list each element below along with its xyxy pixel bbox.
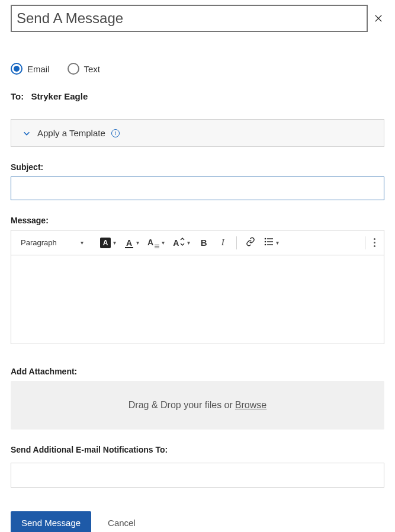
radio-text-label: Text xyxy=(84,64,101,74)
list-button[interactable]: ▾ xyxy=(262,235,281,251)
chevron-down-icon: ▾ xyxy=(162,239,165,246)
font-size-icon: A xyxy=(147,238,159,248)
svg-point-6 xyxy=(265,243,266,245)
highlight-button[interactable]: A ▾ xyxy=(98,235,118,251)
bold-button[interactable]: B xyxy=(196,235,211,251)
italic-icon: I xyxy=(221,238,224,248)
radio-email[interactable]: Email xyxy=(11,63,50,75)
svg-rect-7 xyxy=(267,244,273,245)
close-icon[interactable] xyxy=(372,12,384,24)
svg-point-2 xyxy=(265,238,266,239)
to-row: To: Stryker Eagle xyxy=(11,91,384,101)
radio-icon xyxy=(68,63,79,75)
text-color-icon: A xyxy=(124,238,134,248)
list-icon xyxy=(264,237,274,249)
dropzone-text: Drag & Drop your files or xyxy=(129,400,233,411)
chevron-down-icon: ▾ xyxy=(276,239,279,246)
subject-input[interactable] xyxy=(11,177,384,200)
bold-icon: B xyxy=(201,238,207,248)
font-size-button[interactable]: A ▾ xyxy=(145,235,167,251)
notify-input[interactable] xyxy=(11,463,384,488)
highlight-icon: A xyxy=(100,238,111,248)
rich-text-editor: Paragraph ▾ A ▾ A ▾ A ▾ xyxy=(11,230,384,344)
apply-template-label: Apply a Template xyxy=(37,128,105,138)
notify-label: Send Additional E-mail Notifications To: xyxy=(11,445,384,454)
line-height-icon: A xyxy=(173,238,185,248)
svg-rect-5 xyxy=(267,241,273,242)
chevron-down-icon: ▾ xyxy=(113,239,116,246)
text-color-button[interactable]: A ▾ xyxy=(122,235,142,251)
to-recipient: Stryker Eagle xyxy=(31,91,88,101)
radio-text[interactable]: Text xyxy=(68,63,101,75)
attachment-dropzone[interactable]: Drag & Drop your files or Browse xyxy=(11,381,384,430)
chevron-down-icon xyxy=(22,129,31,138)
apply-template-toggle[interactable]: Apply a Template i xyxy=(11,119,384,147)
page-title: Send A Message xyxy=(17,10,123,27)
more-options-button[interactable] xyxy=(371,236,378,249)
title-bar: Send A Message xyxy=(11,5,368,32)
italic-button[interactable]: I xyxy=(215,235,230,251)
cancel-button[interactable]: Cancel xyxy=(108,518,136,528)
message-textarea[interactable] xyxy=(11,255,384,341)
link-button[interactable] xyxy=(243,235,258,251)
radio-email-label: Email xyxy=(27,64,50,74)
toolbar-divider xyxy=(236,236,237,249)
subject-label: Subject: xyxy=(11,162,384,172)
format-select-value: Paragraph xyxy=(21,238,57,247)
format-select[interactable]: Paragraph ▾ xyxy=(17,236,94,249)
send-button[interactable]: Send Message xyxy=(11,511,91,532)
kebab-icon xyxy=(374,238,375,240)
chevron-down-icon: ▾ xyxy=(81,239,84,246)
info-icon[interactable]: i xyxy=(111,129,120,137)
svg-point-4 xyxy=(265,241,266,242)
attachment-label: Add Attachment: xyxy=(11,367,384,376)
browse-link[interactable]: Browse xyxy=(235,400,266,411)
line-height-button[interactable]: A ▾ xyxy=(171,235,192,251)
toolbar-divider xyxy=(365,236,365,249)
chevron-down-icon: ▾ xyxy=(187,239,190,246)
chevron-down-icon: ▾ xyxy=(136,239,139,246)
radio-icon xyxy=(11,63,23,75)
svg-rect-3 xyxy=(267,238,273,239)
link-icon xyxy=(246,237,255,249)
editor-toolbar: Paragraph ▾ A ▾ A ▾ A ▾ xyxy=(11,230,384,255)
message-label: Message: xyxy=(11,216,384,225)
to-label: To: xyxy=(11,91,24,101)
